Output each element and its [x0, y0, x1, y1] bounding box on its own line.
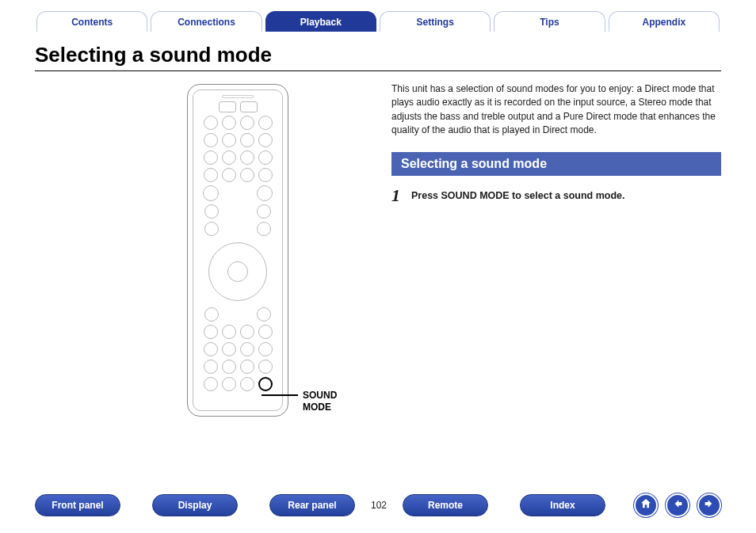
ir-window: [222, 95, 254, 98]
page-body: Selecting a sound mode: [0, 33, 756, 417]
step-text: Press SOUND MODE to select a sound mode.: [411, 187, 625, 201]
nav-rear-panel[interactable]: Rear panel: [269, 494, 355, 516]
page-title: Selecting a sound mode: [35, 43, 721, 67]
callout-sound-mode: SOUNDMODE: [303, 390, 337, 413]
title-rule: [35, 70, 721, 71]
tab-connections[interactable]: Connections: [151, 11, 262, 32]
home-icon: [640, 497, 652, 513]
sound-mode-button-on-remote: [258, 377, 273, 391]
home-button[interactable]: [634, 493, 658, 517]
callout-line-sound-mode: [262, 394, 298, 396]
top-nav-tabs: Contents Connections Playback Settings T…: [0, 0, 756, 33]
remote-illustration: [187, 84, 288, 417]
arrow-left-icon: [671, 497, 684, 513]
tab-playback[interactable]: Playback: [265, 11, 376, 32]
nav-front-panel[interactable]: Front panel: [35, 494, 120, 516]
nav-remote[interactable]: Remote: [403, 494, 488, 516]
step-1: 1 Press SOUND MODE to select a sound mod…: [391, 187, 721, 204]
bottom-nav: Front panel Display Rear panel 102 Remot…: [0, 493, 756, 517]
dpad: [208, 242, 267, 301]
tab-contents[interactable]: Contents: [36, 11, 147, 32]
arrow-right-icon: [703, 497, 716, 513]
tab-settings[interactable]: Settings: [380, 11, 491, 32]
nav-display[interactable]: Display: [152, 494, 238, 516]
step-number: 1: [391, 187, 400, 204]
intro-paragraph: This unit has a selection of sound modes…: [391, 82, 721, 138]
section-heading: Selecting a sound mode: [391, 152, 721, 176]
remote-illustration-wrap: SOUNDMODE: [35, 79, 368, 417]
tab-tips[interactable]: Tips: [494, 11, 605, 32]
prev-page-button[interactable]: [666, 493, 689, 517]
next-page-button[interactable]: [697, 493, 721, 517]
nav-index[interactable]: Index: [520, 494, 605, 516]
tab-appendix[interactable]: Appendix: [609, 11, 720, 32]
page-number: 102: [371, 500, 387, 511]
